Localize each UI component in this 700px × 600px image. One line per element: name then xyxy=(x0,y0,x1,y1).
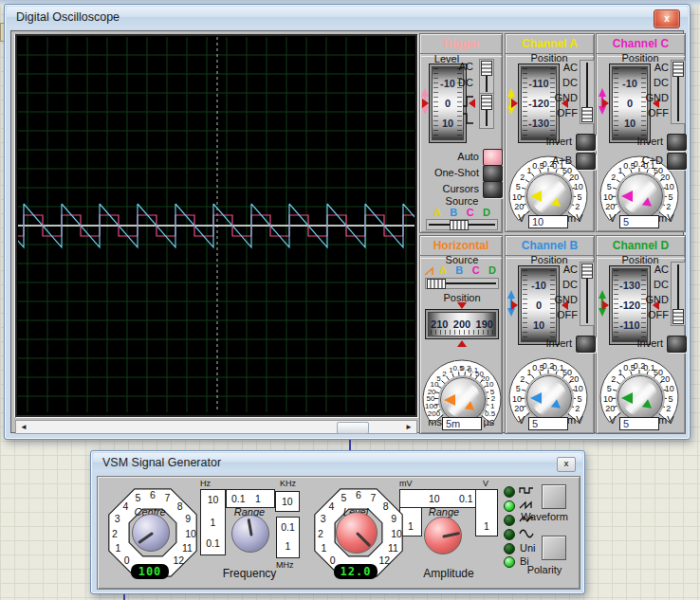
position-wheel[interactable]: -130-120-110 xyxy=(609,265,651,345)
coupling-label: OFF xyxy=(543,107,578,118)
wheel-marker-bottom xyxy=(457,340,467,347)
slider-handle[interactable] xyxy=(581,264,593,279)
square-wave-icon xyxy=(519,485,534,497)
cursors-label: Cursors xyxy=(424,183,479,194)
waveform-button[interactable] xyxy=(542,484,566,509)
source-channel-c: C xyxy=(472,264,480,276)
volts-knob-tick-label: 2 xyxy=(520,173,525,182)
level-scale-number: 7 xyxy=(371,492,377,503)
scrollbar-right-button[interactable]: ► xyxy=(401,421,416,433)
coupling-label: OFF xyxy=(635,309,669,320)
horizontal-title: Horizontal xyxy=(420,239,502,252)
source-channel-b: B xyxy=(450,207,457,218)
volts-knob[interactable] xyxy=(526,173,572,219)
close-button[interactable]: x xyxy=(654,9,680,28)
wheel-value: 190 xyxy=(476,318,493,330)
slider-handle[interactable] xyxy=(481,95,492,110)
slider-handle[interactable] xyxy=(427,279,446,289)
sum-button[interactable] xyxy=(576,153,596,170)
centre-scale-number: 1 xyxy=(116,542,121,554)
trigger-coupling-slider[interactable] xyxy=(479,59,494,95)
timebase-knob[interactable] xyxy=(440,377,486,423)
volts-knob-unit-label: V xyxy=(609,414,616,426)
scrollbar-right-icon: ► xyxy=(405,423,413,431)
sum-button[interactable] xyxy=(667,153,687,170)
centre-scale-number: 9 xyxy=(185,513,191,524)
volts-knob-value[interactable]: 5 xyxy=(528,417,568,430)
volts-knob-tick-label: 10 xyxy=(574,384,583,393)
volts-knob-tick-label: 2 xyxy=(575,404,580,413)
volts-knob-value[interactable]: 5 xyxy=(619,215,659,228)
signal-generator-titlebar[interactable]: VSM Signal Generator x xyxy=(93,453,582,472)
volts-knob-value[interactable]: 5 xyxy=(619,417,659,430)
volts-knob-unit-label: mV xyxy=(567,212,583,224)
khz-unit-label: KHz xyxy=(280,479,296,488)
timebase-knob-value[interactable]: 5m xyxy=(442,417,482,430)
source-channel-d: D xyxy=(483,207,490,218)
coupling-label: GND xyxy=(635,294,669,305)
one-shot-button[interactable] xyxy=(483,165,503,182)
auto-button[interactable] xyxy=(483,149,503,166)
scale-value: 1 xyxy=(255,493,261,504)
volts-knob-tick-label: 2 xyxy=(520,374,525,384)
amplitude-range-knob[interactable] xyxy=(424,517,462,555)
slider-handle[interactable] xyxy=(481,61,492,76)
slider-handle[interactable] xyxy=(672,62,684,77)
knob-pointer-icon xyxy=(530,392,542,404)
volts-knob-tick-label: 2 xyxy=(611,374,616,384)
invert-button[interactable] xyxy=(667,336,687,353)
source-channel-c: C xyxy=(467,207,474,218)
volts-knob-tick-label: 10 xyxy=(603,394,613,404)
wheel-value: 210 xyxy=(431,318,448,330)
coupling-slider[interactable] xyxy=(671,262,686,326)
centre-knob[interactable] xyxy=(132,514,170,552)
horizontal-panel: Horizontal Source ABCD Position 210 200 … xyxy=(419,235,503,434)
coupling-label: AC xyxy=(543,264,578,275)
volts-knob-tick-label: 5 xyxy=(516,384,521,393)
invert-button[interactable] xyxy=(576,336,596,353)
slider-handle[interactable] xyxy=(672,309,684,324)
volts-knob[interactable] xyxy=(617,173,663,219)
trigger-level-wheel[interactable]: -10 0 10 xyxy=(429,64,467,143)
scrollbar-thumb[interactable] xyxy=(337,422,369,434)
source-channel-a: A xyxy=(433,207,441,218)
timebase-knob-tick-label: 100 xyxy=(425,402,437,410)
horizontal-source-slider[interactable] xyxy=(425,278,499,289)
bi-label: Bi xyxy=(520,555,529,567)
channel-d-panel: Channel DPosition-130-120-110ACDCGNDOFFI… xyxy=(596,235,686,434)
coupling-slider[interactable] xyxy=(580,60,595,124)
scrollbar-left-button[interactable]: ◄ xyxy=(16,421,31,433)
centre-scale-number: 3 xyxy=(115,513,120,524)
close-button[interactable]: x xyxy=(557,457,576,472)
timebase-knob-tick-label: 50 xyxy=(427,394,435,403)
slider-handle[interactable] xyxy=(581,107,593,122)
knob-pointer-icon xyxy=(133,515,171,553)
frequency-range-knob[interactable] xyxy=(231,515,269,553)
volts-knob-tick-label: 5 xyxy=(607,182,612,191)
scope-scrollbar[interactable]: ◄ ► xyxy=(15,420,417,434)
level-knob[interactable] xyxy=(336,512,378,554)
coupling-slider[interactable] xyxy=(671,60,686,124)
oscilloscope-titlebar[interactable]: Digital Oscilloscope x xyxy=(7,7,688,28)
polarity-button[interactable] xyxy=(542,536,566,560)
mv-unit-label: mV xyxy=(399,479,413,488)
timebase-knob-unit-label: ms xyxy=(428,416,442,427)
invert-button[interactable] xyxy=(667,134,687,151)
trigger-edge-slider[interactable] xyxy=(479,93,494,129)
horizontal-position-wheel[interactable]: 210 200 190 xyxy=(425,309,499,339)
slider-handle[interactable] xyxy=(450,220,469,230)
level-scale-number: 5 xyxy=(341,492,347,503)
source-channel-b: B xyxy=(455,264,463,276)
coupling-slider[interactable] xyxy=(580,262,595,326)
invert-button[interactable] xyxy=(576,134,596,151)
position-wheel[interactable]: -10010 xyxy=(518,265,560,345)
volts-knob-tick-label: 2 xyxy=(575,202,580,211)
trigger-source-slider[interactable] xyxy=(426,219,498,230)
volts-knob-value[interactable]: 10 xyxy=(528,215,568,228)
coupling-label: AC xyxy=(635,264,669,275)
volts-knob[interactable] xyxy=(617,375,663,421)
volts-knob-tick-label: 5 xyxy=(607,384,612,393)
position-wheel[interactable]: -10010 xyxy=(609,64,651,143)
volts-knob[interactable] xyxy=(526,375,572,421)
position-wheel[interactable]: -110-120-130 xyxy=(518,64,560,143)
